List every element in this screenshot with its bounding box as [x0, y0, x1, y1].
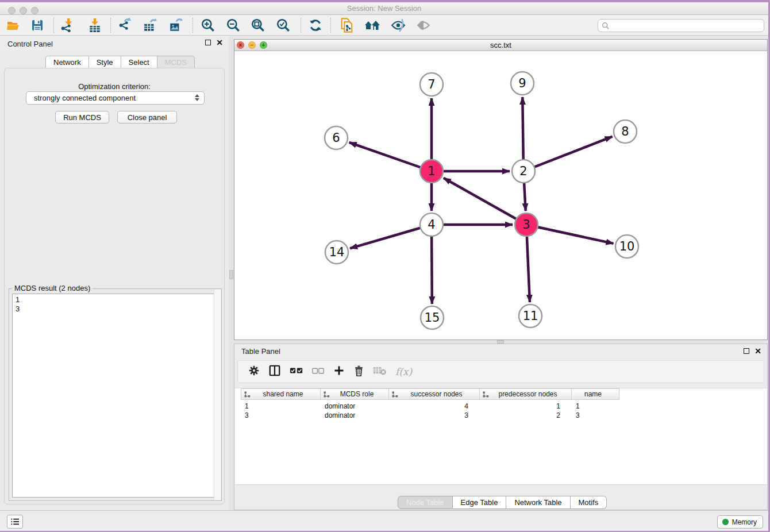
zoom-in-button[interactable]: [199, 17, 217, 33]
tab-select[interactable]: Select: [121, 56, 157, 68]
memory-button[interactable]: Memory: [717, 515, 763, 529]
table-panel-header: Table Panel ✕: [234, 344, 767, 358]
column-header-shared-name[interactable]: shared name: [241, 388, 321, 400]
float-panel-icon[interactable]: [205, 40, 211, 45]
mcds-result-title: MCDS result (2 nodes): [12, 284, 93, 292]
table-cell[interactable]: 1: [241, 402, 321, 411]
show-all-button[interactable]: [415, 17, 432, 33]
graph-node-15[interactable]: 15: [421, 306, 444, 329]
table-row[interactable]: 1dominator411: [241, 402, 619, 411]
graph-node-8[interactable]: 8: [614, 120, 637, 143]
graph-edge-3-1[interactable]: [444, 178, 526, 225]
close-panel-button[interactable]: Close panel: [117, 111, 177, 124]
import-table-button[interactable]: [86, 17, 103, 33]
save-session-button[interactable]: [29, 17, 46, 33]
export-table-button[interactable]: [141, 17, 159, 33]
tab-network-table[interactable]: Network Table: [506, 496, 570, 509]
column-header-successor-nodes[interactable]: successor nodes: [389, 388, 480, 400]
export-network-button[interactable]: [116, 17, 133, 33]
window-zoom-button[interactable]: [31, 7, 38, 14]
table-cell[interactable]: 1: [480, 402, 572, 411]
graph-node-11[interactable]: 11: [519, 304, 542, 327]
result-scrollbar[interactable]: [214, 290, 221, 500]
hide-selected-button[interactable]: [390, 17, 407, 33]
open-session-button[interactable]: [5, 17, 22, 33]
export-image-button[interactable]: [167, 17, 184, 33]
graph-edge-2-8[interactable]: [523, 137, 613, 171]
deselect-all-columns-button[interactable]: [312, 367, 325, 377]
export-image-icon: [168, 18, 184, 33]
network-minimize-icon[interactable]: −: [248, 41, 256, 49]
graph-edge-3-10[interactable]: [526, 225, 614, 244]
search-field[interactable]: [598, 19, 764, 32]
column-header-MCDS-role[interactable]: MCDS role: [321, 388, 389, 400]
graph-node-14[interactable]: 14: [325, 241, 348, 264]
graph-node-9[interactable]: 9: [511, 72, 534, 95]
svg-text:10: 10: [619, 240, 635, 253]
table-cell[interactable]: dominator: [321, 402, 389, 411]
task-history-button[interactable]: [7, 515, 23, 529]
clone-network-button[interactable]: [338, 17, 356, 33]
refresh-layout-button[interactable]: [307, 17, 324, 33]
function-builder-button[interactable]: f(x): [395, 366, 412, 377]
close-panel-icon[interactable]: ✕: [754, 348, 761, 354]
tab-edge-table[interactable]: Edge Table: [453, 496, 507, 509]
zoom-fit-button[interactable]: [249, 17, 267, 33]
splitter-handle[interactable]: [229, 270, 233, 279]
tab-motifs[interactable]: Motifs: [571, 496, 607, 509]
table-row[interactable]: 3dominator323: [241, 411, 619, 420]
vertical-splitter[interactable]: [229, 36, 234, 510]
table-panel: Table Panel ✕ f(x) shared nameMCDS rol: [234, 344, 768, 510]
zoom-out-button[interactable]: [225, 17, 242, 33]
network-window-titlebar[interactable]: × − + scc.txt: [234, 40, 767, 51]
tab-network[interactable]: Network: [45, 56, 89, 68]
table-cell[interactable]: 1: [572, 402, 619, 411]
close-panel-icon[interactable]: ✕: [216, 40, 223, 45]
float-panel-icon[interactable]: [744, 348, 749, 354]
delete-table-button[interactable]: [373, 365, 387, 378]
graph-node-2[interactable]: 2: [512, 160, 535, 183]
column-header-predecessor-nodes[interactable]: predecessor nodes: [480, 388, 572, 400]
criterion-value: strongly connected component: [34, 94, 136, 102]
run-mcds-button[interactable]: Run MCDS: [55, 111, 109, 124]
table-cell[interactable]: 3: [572, 411, 619, 420]
graph-node-7[interactable]: 7: [420, 73, 443, 96]
graph-node-4[interactable]: 4: [420, 213, 443, 236]
search-input[interactable]: [612, 22, 764, 30]
graph-node-10[interactable]: 10: [615, 235, 638, 258]
tab-node-table[interactable]: Node Table: [398, 496, 453, 509]
network-graph-canvas[interactable]: 7968124314101511: [234, 51, 767, 340]
create-column-button[interactable]: [333, 365, 345, 379]
show-column-panel-button[interactable]: [268, 364, 281, 379]
table-cell[interactable]: 4: [389, 402, 480, 411]
control-panel-tabs: Network Style Select MCDS: [45, 56, 195, 68]
window-close-button[interactable]: [8, 7, 16, 14]
table-cell[interactable]: dominator: [321, 411, 389, 420]
first-neighbors-button[interactable]: [364, 17, 381, 33]
graph-node-6[interactable]: 6: [325, 126, 348, 149]
graph-node-1[interactable]: 1: [420, 160, 443, 183]
select-all-columns-button[interactable]: [290, 367, 303, 377]
table-cell[interactable]: 2: [480, 411, 572, 420]
window-minimize-button[interactable]: [20, 7, 27, 14]
eye-slash-icon: [390, 18, 406, 33]
tab-mcds[interactable]: MCDS: [157, 56, 195, 68]
network-close-icon[interactable]: ×: [237, 41, 244, 49]
table-settings-button[interactable]: [248, 365, 260, 379]
graph-edge-1-6[interactable]: [349, 142, 432, 171]
zoom-in-icon: [201, 18, 215, 33]
table-cell[interactable]: 3: [389, 411, 480, 420]
graph-edges: [349, 97, 614, 304]
import-network-button[interactable]: [58, 17, 75, 33]
criterion-select[interactable]: strongly connected component: [26, 91, 205, 105]
graph-node-3[interactable]: 3: [515, 213, 538, 236]
mcds-result-text[interactable]: 1 3: [12, 294, 218, 498]
table-cell[interactable]: 3: [241, 411, 321, 420]
zoom-selected-button[interactable]: [275, 17, 292, 33]
graph-edge-4-14[interactable]: [350, 225, 432, 248]
network-maximize-icon[interactable]: +: [260, 41, 267, 49]
column-header-name[interactable]: name: [572, 388, 619, 400]
unchecked-boxes-icon: [312, 367, 325, 375]
delete-column-button[interactable]: [353, 365, 364, 379]
tab-style[interactable]: Style: [89, 56, 121, 68]
